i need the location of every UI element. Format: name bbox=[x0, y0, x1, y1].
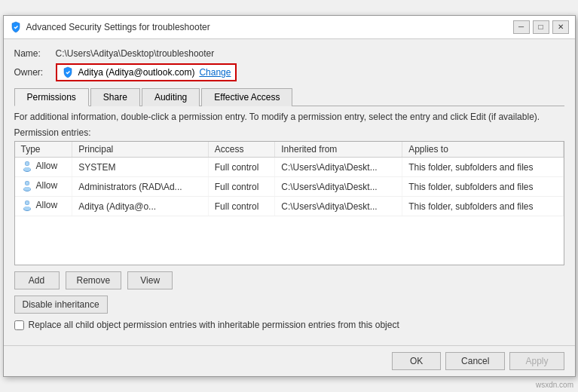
cell-applies-to: This folder, subfolders and files bbox=[402, 197, 563, 216]
cell-access: Full control bbox=[208, 197, 275, 216]
owner-label: Owner: bbox=[14, 67, 56, 78]
owner-box: Aditya (Aditya@outlook.com) Change bbox=[56, 63, 237, 81]
maximize-button[interactable]: □ bbox=[533, 20, 549, 34]
col-access: Access bbox=[208, 142, 275, 158]
tabs-container: Permissions Share Auditing Effective Acc… bbox=[14, 87, 564, 106]
disable-inheritance-button[interactable]: Disable inheritance bbox=[14, 296, 108, 314]
table-row[interactable]: Allow Aditya (Aditya@o...Full controlC:\… bbox=[15, 197, 564, 216]
cell-access: Full control bbox=[208, 177, 275, 197]
owner-field-row: Owner: Aditya (Aditya@outlook.com) Chang… bbox=[14, 63, 564, 81]
user-icon: Allow bbox=[21, 199, 58, 211]
cell-type: Allow bbox=[15, 158, 72, 177]
cell-inherited-from: C:\Users\Aditya\Deskt... bbox=[275, 177, 402, 197]
tab-share[interactable]: Share bbox=[90, 88, 140, 106]
checkbox-label: Replace all child object permission entr… bbox=[29, 320, 399, 330]
cell-inherited-from: C:\Users\Aditya\Deskt... bbox=[275, 158, 402, 177]
user-avatar-icon bbox=[21, 179, 33, 191]
shield-icon bbox=[62, 66, 74, 78]
cell-inherited-from: C:\Users\Aditya\Deskt... bbox=[275, 197, 402, 216]
tab-effective-access[interactable]: Effective Access bbox=[201, 88, 292, 106]
title-bar-controls: ─ □ ✕ bbox=[513, 20, 569, 34]
action-buttons: Add Remove View bbox=[14, 271, 564, 289]
cell-principal: Administrators (RAD\Ad... bbox=[72, 177, 209, 197]
svg-point-10 bbox=[25, 201, 29, 205]
minimize-button[interactable]: ─ bbox=[513, 20, 530, 34]
content-area: Name: C:\Users\Aditya\Desktop\troublesho… bbox=[4, 39, 575, 346]
svg-point-7 bbox=[23, 187, 30, 191]
cell-principal: Aditya (Aditya@o... bbox=[72, 197, 209, 216]
info-text: For additional information, double-click… bbox=[14, 111, 564, 124]
table-header-row: Type Principal Access Inherited from App… bbox=[15, 142, 564, 158]
perm-entries-label: Permission entries: bbox=[14, 127, 564, 138]
cell-principal: SYSTEM bbox=[72, 158, 209, 177]
replace-permissions-checkbox[interactable] bbox=[14, 320, 24, 330]
tab-permissions[interactable]: Permissions bbox=[14, 88, 89, 106]
table-row[interactable]: Allow Administrators (RAD\Ad...Full cont… bbox=[15, 177, 564, 197]
view-button[interactable]: View bbox=[127, 271, 173, 289]
apply-button[interactable]: Apply bbox=[509, 352, 564, 370]
watermark: wsxdn.com bbox=[536, 381, 573, 389]
cell-type: Allow bbox=[15, 177, 72, 197]
name-label: Name: bbox=[14, 48, 56, 59]
user-avatar-icon bbox=[21, 199, 33, 211]
owner-value: Aditya (Aditya@outlook.com) bbox=[78, 67, 195, 78]
svg-point-3 bbox=[23, 167, 30, 171]
svg-point-2 bbox=[25, 162, 29, 166]
user-avatar-icon bbox=[21, 160, 33, 172]
checkbox-row: Replace all child object permission entr… bbox=[14, 320, 564, 330]
user-icon: Allow bbox=[21, 160, 58, 172]
permissions-table-container[interactable]: Type Principal Access Inherited from App… bbox=[14, 141, 564, 265]
col-type: Type bbox=[15, 142, 72, 158]
window-icon bbox=[10, 21, 22, 33]
name-field-row: Name: C:\Users\Aditya\Desktop\troublesho… bbox=[14, 48, 564, 59]
cancel-button[interactable]: Cancel bbox=[445, 352, 505, 370]
svg-point-6 bbox=[25, 182, 29, 185]
title-bar: Advanced Security Settings for troublesh… bbox=[4, 16, 575, 39]
cell-type: Allow bbox=[15, 197, 72, 216]
col-applies: Applies to bbox=[402, 142, 563, 158]
remove-button[interactable]: Remove bbox=[66, 271, 122, 289]
col-principal: Principal bbox=[72, 142, 209, 158]
col-inherited: Inherited from bbox=[275, 142, 402, 158]
close-button[interactable]: ✕ bbox=[552, 20, 569, 34]
cell-applies-to: This folder, subfolders and files bbox=[402, 177, 563, 197]
ok-button[interactable]: OK bbox=[392, 352, 441, 370]
tab-auditing[interactable]: Auditing bbox=[142, 88, 200, 106]
permissions-table: Type Principal Access Inherited from App… bbox=[15, 142, 564, 216]
cell-access: Full control bbox=[208, 158, 275, 177]
svg-point-11 bbox=[23, 207, 30, 210]
cell-applies-to: This folder, subfolders and files bbox=[402, 158, 563, 177]
change-link[interactable]: Change bbox=[199, 67, 231, 78]
footer: OK Cancel Apply bbox=[4, 345, 575, 376]
add-button[interactable]: Add bbox=[14, 271, 60, 289]
window-title: Advanced Security Settings for troublesh… bbox=[26, 22, 210, 32]
main-window: Advanced Security Settings for troublesh… bbox=[3, 15, 576, 378]
table-row[interactable]: Allow SYSTEMFull controlC:\Users\Aditya\… bbox=[15, 158, 564, 177]
user-icon: Allow bbox=[21, 179, 58, 191]
name-value: C:\Users\Aditya\Desktop\troubleshooter bbox=[56, 48, 215, 59]
title-bar-left: Advanced Security Settings for troublesh… bbox=[10, 21, 210, 33]
